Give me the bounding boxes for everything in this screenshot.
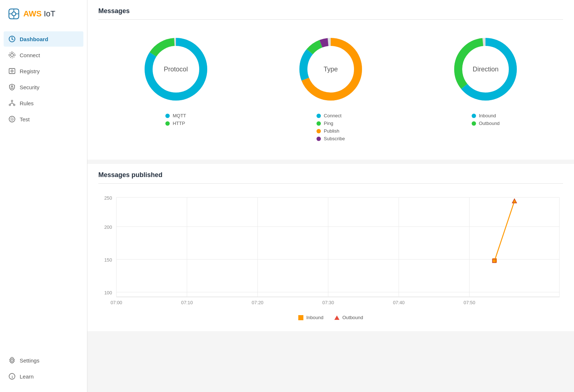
nav-items: Dashboard Connect	[0, 31, 87, 349]
svg-point-27	[12, 119, 13, 120]
messages-section-title: Messages	[98, 7, 563, 20]
main-content: Messages Protocol MQ	[87, 0, 574, 392]
protocol-legend: MQTT HTTP	[165, 113, 186, 126]
svg-text:i: i	[12, 375, 13, 379]
rules-label: Rules	[20, 100, 34, 106]
svg-point-12	[12, 52, 13, 53]
direction-legend: Inbound Outbound	[472, 113, 500, 126]
publish-label: Publish	[324, 128, 339, 134]
connect-icon	[8, 51, 16, 59]
chart-inbound-label: Inbound	[306, 315, 323, 320]
chart-legend-outbound: Outbound	[334, 315, 363, 320]
legend-item-outbound: Outbound	[472, 121, 500, 126]
svg-line-64	[495, 201, 514, 260]
learn-icon: i	[8, 372, 16, 380]
svg-point-20	[9, 104, 11, 106]
sidebar-item-settings[interactable]: Settings	[4, 353, 83, 368]
chart-inbound-dot	[298, 315, 303, 320]
http-dot	[165, 121, 170, 126]
sidebar-item-connect[interactable]: Connect	[4, 47, 83, 63]
app-title: AWS IoT	[23, 9, 55, 19]
svg-point-19	[11, 100, 13, 102]
protocol-label: Protocol	[164, 66, 188, 73]
legend-item-mqtt: MQTT	[165, 113, 186, 118]
messages-section: Messages Protocol MQ	[87, 0, 574, 160]
security-label: Security	[20, 84, 39, 90]
inbound-label: Inbound	[479, 113, 496, 118]
direction-donut: Direction	[449, 33, 522, 106]
legend-item-http: HTTP	[165, 121, 186, 126]
legend-item-inbound: Inbound	[472, 113, 500, 118]
inbound-dot	[472, 114, 476, 118]
messages-published-title: Messages published	[98, 171, 563, 184]
connect-dot	[317, 114, 321, 118]
legend-item-ping: Ping	[317, 121, 345, 126]
app-logo: AWS IoT	[0, 0, 87, 31]
direction-label: Direction	[473, 66, 499, 73]
svg-rect-18	[11, 87, 13, 89]
publish-dot	[317, 129, 321, 133]
messages-published-section: Messages published 250 200 150 100	[87, 164, 574, 331]
type-donut: Type	[294, 33, 367, 106]
protocol-chart-container: Protocol MQTT HTTP	[139, 33, 212, 126]
chart-bottom-legend: Inbound Outbound	[98, 315, 563, 320]
svg-point-17	[12, 71, 12, 71]
svg-text:07:00: 07:00	[110, 300, 122, 305]
svg-point-9	[12, 39, 13, 40]
svg-text:150: 150	[104, 257, 112, 263]
nav-bottom: Settings i Learn	[0, 349, 87, 392]
type-label: Type	[323, 66, 338, 73]
protocol-donut: Protocol	[139, 33, 212, 106]
mqtt-dot	[165, 114, 170, 118]
test-label: Test	[20, 116, 30, 122]
aws-iot-logo-icon	[7, 7, 20, 20]
svg-point-28	[11, 359, 13, 361]
line-chart-area: 250 200 150 100	[98, 189, 563, 311]
svg-point-10	[11, 54, 13, 56]
subscribe-label: Subscribe	[324, 136, 345, 141]
svg-text:250: 250	[104, 195, 112, 201]
sidebar: AWS IoT Dashboard	[0, 0, 87, 392]
outbound-dot	[472, 121, 476, 126]
legend-item-publish: Publish	[317, 128, 345, 134]
dashboard-icon	[8, 35, 16, 43]
legend-item-subscribe: Subscribe	[317, 136, 345, 141]
svg-text:100: 100	[104, 290, 112, 295]
rules-icon	[8, 99, 16, 107]
svg-text:07:50: 07:50	[464, 300, 475, 305]
svg-text:200: 200	[104, 224, 112, 230]
learn-label: Learn	[20, 373, 34, 380]
sidebar-item-dashboard[interactable]: Dashboard	[4, 31, 83, 47]
sidebar-item-security[interactable]: Security	[4, 79, 83, 95]
registry-label: Registry	[20, 68, 40, 74]
test-icon	[8, 115, 16, 123]
line-chart-svg: 250 200 150 100	[98, 193, 563, 310]
svg-point-14	[9, 55, 10, 56]
sidebar-item-registry[interactable]: Registry	[4, 63, 83, 79]
charts-row: Protocol MQTT HTTP	[98, 26, 563, 149]
svg-point-11	[9, 52, 15, 58]
connect-label-text: Connect	[324, 113, 341, 118]
svg-text:07:30: 07:30	[322, 300, 334, 305]
registry-icon	[8, 67, 16, 75]
svg-text:07:10: 07:10	[181, 300, 193, 305]
svg-point-1	[12, 12, 16, 16]
svg-line-23	[10, 103, 12, 104]
subscribe-dot	[317, 137, 321, 141]
security-icon	[8, 83, 16, 91]
sidebar-item-learn[interactable]: i Learn	[4, 369, 83, 384]
settings-icon	[8, 356, 16, 364]
direction-chart-container: Direction Inbound Outbound	[449, 33, 522, 126]
outbound-label: Outbound	[479, 121, 500, 126]
mqtt-label: MQTT	[173, 113, 186, 118]
settings-label: Settings	[20, 357, 39, 364]
svg-line-24	[12, 103, 14, 104]
http-label: HTTP	[173, 121, 185, 126]
svg-point-13	[15, 55, 16, 56]
legend-item-connect: Connect	[317, 113, 345, 118]
type-chart-container: Type Connect Ping Publish	[294, 33, 367, 141]
chart-outbound-dot	[334, 315, 339, 320]
sidebar-item-rules[interactable]: Rules	[4, 95, 83, 111]
svg-point-21	[13, 104, 15, 106]
sidebar-item-test[interactable]: Test	[4, 111, 83, 127]
